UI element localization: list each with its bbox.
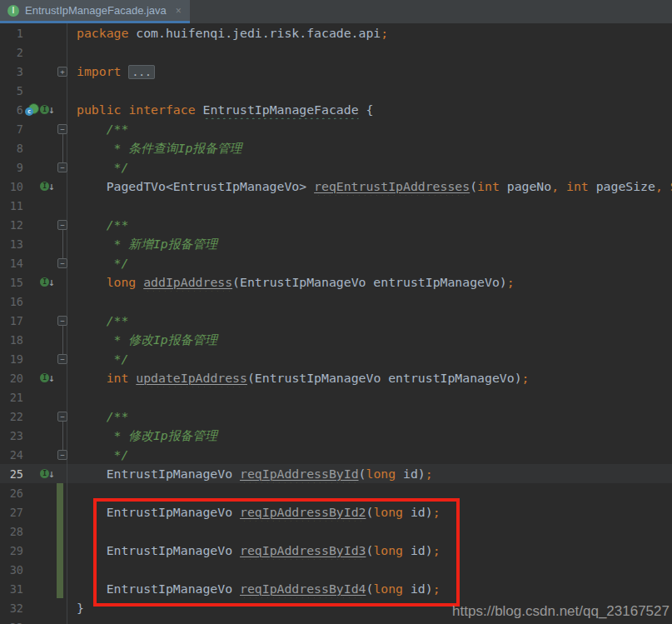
line-number: 23 <box>0 429 25 442</box>
code-line[interactable]: 20I↓ int updateIpAddress(EntrustIpManage… <box>0 368 672 387</box>
line-number: 26 <box>0 487 25 500</box>
implemented-marker-icon[interactable]: I↓ <box>40 469 55 478</box>
fold-marker-icon[interactable]: − <box>57 316 67 326</box>
code-line[interactable]: 19− */ <box>0 349 672 368</box>
code-text[interactable]: EntrustIpManageVo reqIpAddressById4(long… <box>77 579 672 598</box>
code-text[interactable]: */ <box>77 349 672 368</box>
code-text[interactable]: /** <box>77 407 672 426</box>
implemented-marker-icon[interactable]: I↓ <box>40 105 55 114</box>
code-line[interactable]: 30 <box>0 560 672 579</box>
vcs-added-bar <box>57 560 63 579</box>
line-number: 15 <box>0 276 25 289</box>
code-line[interactable]: 25I↓ EntrustIpManageVo reqIpAddressById(… <box>0 464 672 483</box>
implemented-marker-icon[interactable]: I↓ <box>40 277 55 287</box>
code-line[interactable]: 26 <box>0 483 672 502</box>
code-text[interactable]: import ... <box>77 62 672 82</box>
code-text[interactable]: */ <box>77 445 672 464</box>
code-line[interactable]: 18 * 修改Ip报备管理 <box>0 330 672 349</box>
line-number: 24 <box>0 448 25 462</box>
code-text[interactable]: * 修改Ip报备管理 <box>77 330 672 349</box>
line-number: 12 <box>0 218 25 232</box>
line-number: 13 <box>0 237 25 251</box>
code-text[interactable]: * 条件查询Ip报备管理 <box>77 138 672 157</box>
code-line[interactable]: 6cI↓public interface EntrustIpManageFaca… <box>0 100 672 119</box>
code-line[interactable]: 5 <box>0 81 672 100</box>
fold-marker-icon[interactable]: − <box>57 162 67 172</box>
code-text[interactable]: * 修改Ip报备管理 <box>77 426 672 445</box>
code-text[interactable]: long addIpAddress(EntrustIpManageVo entr… <box>77 272 672 292</box>
code-line[interactable]: 28 <box>0 522 672 541</box>
code-line[interactable]: 10I↓ PagedTVo<EntrustIpManageVo> reqEntr… <box>0 177 672 196</box>
code-text[interactable]: EntrustIpManageVo reqIpAddressById2(long… <box>77 502 672 522</box>
code-text[interactable]: public interface EntrustIpManageFacade { <box>77 100 672 119</box>
code-line[interactable]: 11 <box>0 196 672 215</box>
tab-entrustipmanagefacade[interactable]: I EntrustIpManageFacade.java × <box>0 0 190 23</box>
code-line[interactable]: 23 * 修改Ip报备管理 <box>0 426 672 445</box>
line-number: 3 <box>0 65 25 78</box>
vcs-added-bar <box>57 502 63 522</box>
fold-marker-icon[interactable]: − <box>57 220 67 230</box>
method-name: reqIpAddressById3 <box>240 543 366 557</box>
code-line[interactable]: 2 <box>0 42 672 62</box>
fold-marker-icon[interactable]: − <box>57 124 67 134</box>
line-number: 6 <box>0 103 25 117</box>
line-number: 22 <box>0 410 25 423</box>
code-line[interactable]: 1package com.huifenqi.jedi.risk.facade.a… <box>0 23 672 42</box>
code-text[interactable]: /** <box>77 119 672 138</box>
tab-filename: EntrustIpManageFacade.java <box>25 4 167 17</box>
code-line[interactable]: 29 EntrustIpManageVo reqIpAddressById3(l… <box>0 541 672 560</box>
method-name: reqIpAddressById4 <box>240 582 366 596</box>
code-line[interactable]: 27 EntrustIpManageVo reqIpAddressById2(l… <box>0 502 672 522</box>
code-text[interactable]: PagedTVo<EntrustIpManageVo> reqEntrustIp… <box>77 177 672 196</box>
code-line[interactable]: 12− /** <box>0 215 672 234</box>
code-line[interactable]: 9− */ <box>0 157 672 177</box>
implemented-marker-icon[interactable]: I↓ <box>40 182 55 191</box>
code-line[interactable]: 24− */ <box>0 445 672 464</box>
fold-marker-icon[interactable]: − <box>57 354 67 364</box>
code-line[interactable]: 21 <box>0 387 672 407</box>
code-text[interactable]: /** <box>77 215 672 234</box>
interface-name: EntrustIpManageFacade <box>202 102 358 117</box>
line-number: 29 <box>0 544 25 557</box>
line-number: 21 <box>0 391 25 404</box>
code-text[interactable]: EntrustIpManageVo reqIpAddressById3(long… <box>77 541 672 560</box>
method-name: reqIpAddressById <box>240 467 359 481</box>
fold-expand-icon[interactable]: + <box>57 67 67 77</box>
interface-gutter-icon[interactable]: c <box>25 103 39 116</box>
implemented-marker-icon[interactable]: I↓ <box>40 373 55 382</box>
code-text[interactable]: */ <box>77 157 672 177</box>
code-editor[interactable]: 1package com.huifenqi.jedi.risk.facade.a… <box>0 23 672 624</box>
code-line[interactable]: 31 EntrustIpManageVo reqIpAddressById4(l… <box>0 579 672 598</box>
code-line[interactable]: 3+import ... <box>0 62 672 81</box>
java-interface-icon: I <box>7 5 19 17</box>
code-line[interactable]: 16 <box>0 292 672 311</box>
code-text[interactable]: EntrustIpManageVo reqIpAddressById(long … <box>77 464 672 483</box>
line-number: 27 <box>0 506 25 519</box>
line-number: 8 <box>0 142 25 155</box>
watermark-url: https://blog.csdn.net/qq_23167527 <box>452 603 670 620</box>
code-line[interactable]: 17− /** <box>0 311 672 330</box>
code-text[interactable]: int updateIpAddress(EntrustIpManageVo en… <box>77 368 672 387</box>
code-text[interactable]: */ <box>77 253 672 272</box>
fold-marker-icon[interactable]: − <box>57 258 67 268</box>
code-line[interactable]: 15I↓ long addIpAddress(EntrustIpManageVo… <box>0 272 672 292</box>
line-number: 18 <box>0 333 25 347</box>
line-number: 16 <box>0 295 25 308</box>
code-line[interactable]: 22− /** <box>0 407 672 426</box>
code-line[interactable]: 14− */ <box>0 253 672 272</box>
close-icon[interactable]: × <box>176 5 182 17</box>
folded-imports-placeholder[interactable]: ... <box>128 65 154 79</box>
code-line[interactable]: 7− /** <box>0 119 672 138</box>
line-number: 1 <box>0 27 25 40</box>
code-text[interactable]: * 新增Ip报备管理 <box>77 234 672 253</box>
fold-marker-icon[interactable]: − <box>57 450 67 460</box>
line-number: 25 <box>0 467 25 481</box>
code-line[interactable]: 8 * 条件查询Ip报备管理 <box>0 138 672 157</box>
line-number: 32 <box>0 602 25 615</box>
vcs-added-bar <box>57 579 63 598</box>
code-line[interactable]: 13 * 新增Ip报备管理 <box>0 234 672 253</box>
line-number: 10 <box>0 180 25 193</box>
code-text[interactable]: package com.huifenqi.jedi.risk.facade.ap… <box>77 23 672 42</box>
code-text[interactable]: /** <box>77 311 672 330</box>
fold-marker-icon[interactable]: − <box>57 412 67 422</box>
